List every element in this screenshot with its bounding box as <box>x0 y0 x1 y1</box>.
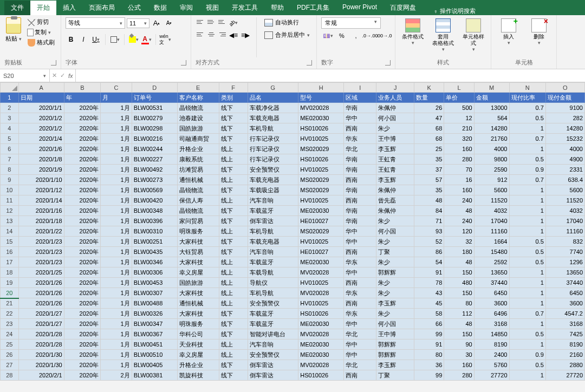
font-name-dropdown[interactable]: 等线▾ <box>66 17 125 29</box>
cell[interactable]: 安全预警仪 <box>248 165 298 175</box>
cell[interactable]: 1月 <box>101 278 132 288</box>
cell[interactable]: 2020/1/2 <box>18 113 64 123</box>
cell[interactable]: 91 <box>414 267 444 278</box>
cell[interactable]: 保信人寿 <box>177 195 219 206</box>
cell[interactable]: ME020030 <box>298 257 344 267</box>
cell[interactable]: 2020年 <box>64 257 100 267</box>
cancel-formula-button[interactable]: ✕ <box>52 72 57 79</box>
cell[interactable]: MS020029 <box>298 226 344 237</box>
cell[interactable]: 晶锐物流 <box>177 206 219 216</box>
cell[interactable]: 112 <box>444 309 474 319</box>
row-header-12[interactable]: 12 <box>1 206 19 216</box>
cell[interactable]: 大家科技 <box>177 309 219 319</box>
formula-input[interactable] <box>76 69 585 82</box>
cell[interactable]: 2020年 <box>64 350 100 360</box>
cell[interactable]: 84 <box>414 206 444 216</box>
borders-button[interactable]: ▾ <box>109 34 120 45</box>
cell[interactable]: 27720 <box>474 370 509 381</box>
cell[interactable]: 朱少 <box>376 257 414 267</box>
enter-formula-button[interactable]: ✓ <box>60 72 65 79</box>
cell[interactable]: 13650 <box>545 267 584 278</box>
row-header-15[interactable]: 15 <box>1 237 19 247</box>
paste-button[interactable]: 粘贴 ▾ <box>4 17 23 43</box>
cell[interactable]: 行车记录仪 <box>248 144 298 154</box>
cell[interactable]: 大钰贸易 <box>177 247 219 257</box>
cell[interactable]: 1月 <box>101 226 132 237</box>
cell[interactable]: 2020/1/22 <box>18 226 64 237</box>
col-header-D[interactable]: D <box>132 83 177 93</box>
cell[interactable]: 郭辉辉 <box>376 350 414 360</box>
cell[interactable]: 2020年 <box>64 123 100 134</box>
row-header-17[interactable]: 17 <box>1 257 19 267</box>
cell[interactable]: 线上 <box>219 175 248 185</box>
cell[interactable]: 0.7 <box>509 134 545 144</box>
percent-format-button[interactable]: % <box>335 30 348 41</box>
cell[interactable]: 线上 <box>219 154 248 165</box>
cell[interactable]: 西南 <box>344 175 376 185</box>
cell[interactable]: 4032 <box>474 206 509 216</box>
cell[interactable]: 27720 <box>545 370 584 381</box>
cell[interactable]: 坊滩贸易 <box>177 165 219 175</box>
cell[interactable]: 7425 <box>545 329 584 339</box>
cell[interactable]: 汽车音响 <box>248 247 298 257</box>
cell[interactable]: 华南 <box>344 165 376 175</box>
cell[interactable]: 70 <box>444 165 474 175</box>
cell[interactable]: 240 <box>444 216 474 226</box>
ribbon-tab-0[interactable]: 文件 <box>4 1 30 15</box>
cell[interactable]: 280 <box>444 370 474 381</box>
cell[interactable]: 康毅系统 <box>177 154 219 165</box>
cell[interactable]: 线下 <box>219 216 248 226</box>
cell[interactable]: 1 <box>509 216 545 226</box>
fx-icon[interactable]: fx <box>68 73 73 79</box>
ribbon-tab-1[interactable]: 开始 <box>30 1 56 15</box>
cell[interactable]: 西南 <box>344 278 376 288</box>
cell[interactable]: 1 <box>509 144 545 154</box>
cell[interactable]: 2020/1/30 <box>18 360 64 370</box>
cell[interactable]: 华南 <box>344 103 376 113</box>
tell-me-search[interactable]: ♀ 操作说明搜索 <box>433 7 476 15</box>
cell[interactable]: 西南 <box>344 247 376 257</box>
row-header-20[interactable]: 20 <box>1 288 19 298</box>
cell[interactable]: 11160 <box>474 226 509 237</box>
cell[interactable]: 45 <box>414 298 444 309</box>
cell[interactable]: 150 <box>444 267 474 278</box>
cell[interactable]: 5600 <box>545 185 584 195</box>
header-cell[interactable]: 金额 <box>474 93 509 103</box>
cell[interactable]: 华南 <box>344 206 376 216</box>
cell[interactable]: 32 <box>444 237 474 247</box>
align-right-button[interactable] <box>217 30 227 38</box>
cell[interactable]: 华中 <box>344 226 376 237</box>
cell[interactable]: 2020年 <box>64 309 100 319</box>
cell[interactable]: 1月 <box>101 123 132 134</box>
cell[interactable]: 1 <box>509 195 545 206</box>
cell[interactable]: MS020029 <box>298 185 344 195</box>
decrease-indent-button[interactable]: ◀≡ <box>228 30 239 41</box>
cell[interactable]: 68 <box>414 123 444 134</box>
col-header-F[interactable]: F <box>219 83 248 93</box>
cell[interactable]: 480 <box>444 278 474 288</box>
cell[interactable]: 4000 <box>545 144 584 154</box>
cell[interactable]: 26 <box>414 103 444 113</box>
cell[interactable]: 王中博 <box>376 329 414 339</box>
cell[interactable]: 朱佩仲 <box>376 185 414 195</box>
cell[interactable]: 朱少 <box>376 237 414 247</box>
cell[interactable]: 朱少 <box>376 123 414 134</box>
cell[interactable]: 华中 <box>344 267 376 278</box>
cell[interactable]: 30 <box>444 350 474 360</box>
cell[interactable]: 160 <box>444 144 474 154</box>
cell[interactable]: 0.9 <box>509 350 545 360</box>
ribbon-tab-6[interactable]: 审阅 <box>173 1 199 15</box>
cell[interactable]: 2020年 <box>64 298 100 309</box>
number-format-dropdown[interactable]: 常规▾ <box>321 17 381 29</box>
col-header-I[interactable]: I <box>344 83 376 93</box>
cell[interactable]: 池春建设 <box>177 113 219 123</box>
cell[interactable]: MS020029 <box>298 144 344 154</box>
cell[interactable]: 21760 <box>474 134 509 144</box>
increase-indent-button[interactable]: ≡▶ <box>240 30 251 41</box>
cell[interactable]: 13650 <box>474 267 509 278</box>
cell[interactable]: 2020/1/2 <box>18 123 64 134</box>
cell[interactable]: HS010026 <box>298 154 344 165</box>
cell[interactable]: 6450 <box>474 288 509 298</box>
cell[interactable]: 1月 <box>101 360 132 370</box>
cell[interactable]: BLW00310 <box>132 226 177 237</box>
